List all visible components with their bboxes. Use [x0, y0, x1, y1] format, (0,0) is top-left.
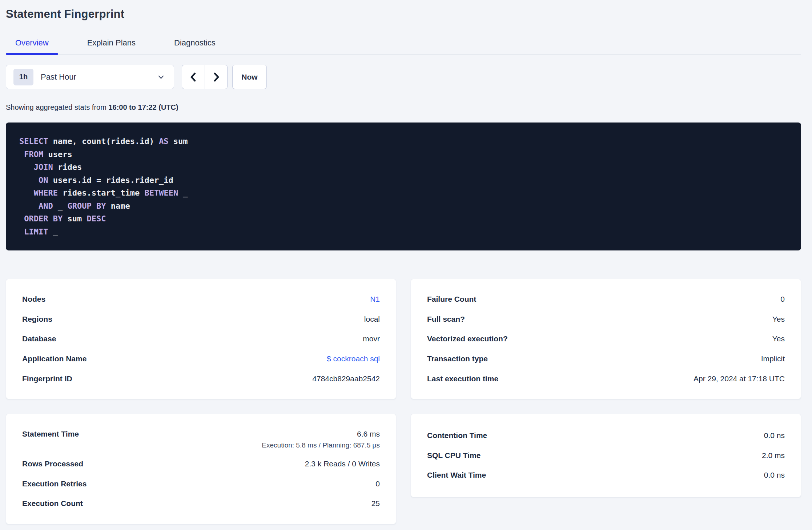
sql-code-line: AND _ GROUP BY name: [19, 200, 790, 213]
aggregated-stats-range: 16:00 to 17:22 (UTC): [108, 103, 178, 111]
card-row: Application Name$ cockroach sql: [22, 349, 380, 369]
card-row: Fingerprint ID4784cb829aab2542: [22, 369, 380, 389]
card-row: Full scan?Yes: [427, 309, 785, 329]
row-label: Contention Time: [427, 431, 487, 440]
sql-code-line: WHERE rides.start_time BETWEEN _: [19, 186, 790, 200]
row-value: Implicit: [761, 354, 785, 363]
card-row: Contention Time0.0 ns: [427, 426, 785, 446]
row-label: Execution Retries: [22, 479, 87, 488]
card-row: Databasemovr: [22, 329, 380, 349]
row-label: Failure Count: [427, 295, 476, 304]
row-value: local: [364, 315, 380, 324]
card-row: Last execution timeApr 29, 2024 at 17:18…: [427, 369, 785, 389]
row-value: 0: [780, 295, 785, 304]
row-value-link[interactable]: N1: [370, 295, 380, 304]
tab-explain-plans[interactable]: Explain Plans: [78, 32, 145, 54]
card-row: Transaction typeImplicit: [427, 349, 785, 369]
card-row: Execution Count25: [22, 494, 380, 514]
sql-statement-box: SELECT name, count(rides.id) AS sum FROM…: [6, 123, 801, 250]
row-label: Rows Processed: [22, 459, 83, 468]
row-value: 0: [375, 479, 380, 488]
row-value: Apr 29, 2024 at 17:18 UTC: [694, 374, 785, 383]
row-label: Vectorized execution?: [427, 334, 508, 343]
time-range-selected-value: Past Hour: [41, 72, 76, 82]
statement-timing-card: Statement Time6.6 msExecution: 5.8 ms / …: [6, 414, 396, 524]
card-row: NodesN1: [22, 289, 380, 309]
row-value: 25: [371, 499, 380, 508]
row-value: Yes: [772, 334, 785, 343]
tab-bar: Overview Explain Plans Diagnostics: [6, 32, 801, 55]
tab-overview[interactable]: Overview: [6, 32, 58, 54]
aggregated-stats-prefix: Showing aggregated stats from: [6, 103, 108, 111]
row-value: 2.3 k Reads / 0 Writes: [305, 459, 380, 468]
row-label: Fingerprint ID: [22, 374, 72, 383]
row-label: Last execution time: [427, 374, 498, 383]
sql-code-line: LIMIT _: [19, 225, 790, 238]
time-range-badge: 1h: [13, 69, 33, 85]
row-label: Execution Count: [22, 499, 83, 508]
time-controls: 1h Past Hour Now: [6, 65, 801, 89]
time-step-button-group: [182, 65, 228, 89]
aggregated-stats-note: Showing aggregated stats from 16:00 to 1…: [6, 103, 801, 112]
row-label: Nodes: [22, 295, 45, 304]
row-label: Database: [22, 334, 56, 343]
row-label: Regions: [22, 315, 52, 324]
card-row: Rows Processed2.3 k Reads / 0 Writes: [22, 454, 380, 474]
row-value: 0.0 ns: [764, 431, 785, 440]
chevron-right-icon: [212, 72, 221, 83]
row-subvalue: Execution: 5.8 ms / Planning: 687.5 µs: [262, 441, 380, 449]
row-label: Application Name: [22, 354, 87, 363]
row-value: movr: [363, 334, 380, 343]
sql-code-line: ON users.id = rides.rider_id: [19, 174, 790, 187]
execution-attributes-card: Failure Count0Full scan?YesVectorized ex…: [411, 279, 801, 399]
row-value: 2.0 ms: [762, 451, 785, 460]
next-time-button[interactable]: [205, 65, 228, 89]
statement-fingerprint-page: Statement Fingerprint Overview Explain P…: [0, 0, 812, 524]
card-row: Regionslocal: [22, 309, 380, 329]
chevron-left-icon: [189, 72, 198, 83]
stats-cards-grid: NodesN1RegionslocalDatabasemovrApplicati…: [6, 279, 801, 524]
card-row: SQL CPU Time2.0 ms: [427, 446, 785, 466]
row-value: Yes: [772, 315, 785, 324]
card-row: Statement Time6.6 msExecution: 5.8 ms / …: [22, 424, 380, 454]
previous-time-button[interactable]: [182, 65, 205, 89]
card-row: Vectorized execution?Yes: [427, 329, 785, 349]
card-row: Execution Retries0: [22, 474, 380, 494]
row-value-link[interactable]: $ cockroach sql: [327, 354, 380, 363]
statement-details-card: NodesN1RegionslocalDatabasemovrApplicati…: [6, 279, 396, 399]
card-row: Failure Count0: [427, 289, 785, 309]
page-title: Statement Fingerprint: [6, 7, 801, 21]
tab-diagnostics[interactable]: Diagnostics: [165, 32, 225, 54]
row-value: 4784cb829aab2542: [312, 374, 380, 383]
row-value: 6.6 msExecution: 5.8 ms / Planning: 687.…: [262, 424, 380, 449]
row-label: SQL CPU Time: [427, 451, 481, 460]
card-row: Client Wait Time0.0 ns: [427, 465, 785, 485]
row-label: Transaction type: [427, 354, 488, 363]
sql-code-line: ORDER BY sum DESC: [19, 212, 790, 225]
row-label: Statement Time: [22, 424, 79, 438]
sql-code-line: FROM users: [19, 148, 790, 161]
row-label: Full scan?: [427, 315, 465, 324]
wait-time-card: Contention Time0.0 nsSQL CPU Time2.0 msC…: [411, 414, 801, 497]
row-value: 0.0 ns: [764, 471, 785, 479]
now-button[interactable]: Now: [232, 65, 267, 89]
time-range-dropdown[interactable]: 1h Past Hour: [6, 65, 174, 89]
row-label: Client Wait Time: [427, 471, 486, 479]
chevron-down-icon: [158, 74, 164, 80]
sql-code-line: SELECT name, count(rides.id) AS sum: [19, 135, 790, 148]
sql-code-line: JOIN rides: [19, 161, 790, 174]
